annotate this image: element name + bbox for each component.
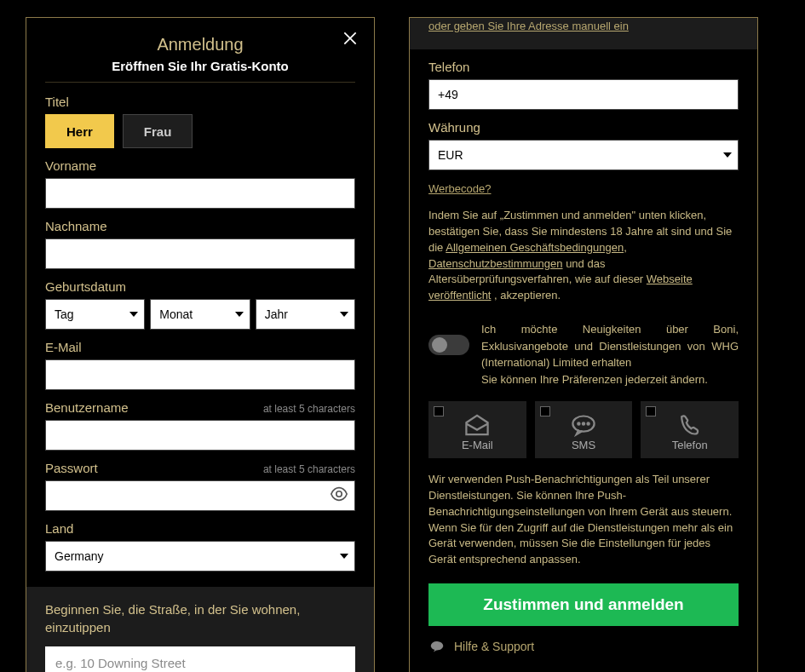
- svg-point-3: [583, 423, 584, 425]
- title-toggle-group: Herr Frau: [45, 114, 355, 148]
- signup-panel-right: oder geben Sie Ihre Adresse manuell ein …: [409, 17, 758, 672]
- phone-icon: [676, 413, 704, 437]
- input-benutzername[interactable]: [45, 420, 355, 451]
- close-button[interactable]: [342, 30, 359, 50]
- select-land[interactable]: Germany: [45, 541, 355, 571]
- svg-point-0: [336, 491, 342, 497]
- svg-point-5: [431, 641, 443, 650]
- checkbox-icon: [540, 406, 550, 416]
- page-title: Anmeldung: [45, 35, 355, 55]
- input-telefon[interactable]: [428, 79, 739, 110]
- label-email: E-Mail: [45, 340, 355, 354]
- dob-row: Tag Monat Jahr: [45, 299, 355, 330]
- close-icon: [342, 30, 359, 47]
- select-waehrung[interactable]: EUR: [428, 140, 739, 170]
- checkbox-icon: [434, 406, 444, 416]
- page-subtitle: Eröffnen Sie Ihr Gratis-Konto: [45, 59, 355, 73]
- select-jahr[interactable]: Jahr: [256, 299, 355, 330]
- label-address: Beginnen Sie, die Straße, in der Sie woh…: [45, 600, 355, 636]
- legal-text: Indem Sie auf „Zustimmen und anmelden" u…: [428, 208, 739, 304]
- address-box: Beginnen Sie, die Straße, in der Sie woh…: [26, 587, 374, 672]
- eye-icon: [330, 485, 348, 503]
- svg-point-4: [587, 423, 589, 425]
- link-datenschutz[interactable]: Datenschutzbestimmungen: [428, 257, 563, 270]
- label-passwort: Passwort: [45, 461, 98, 475]
- label-waehrung: Währung: [428, 120, 739, 135]
- push-notification-text: Wir verwenden Push-Benachrichtigungen al…: [428, 472, 739, 568]
- toggle-herr[interactable]: Herr: [45, 114, 114, 148]
- input-email[interactable]: [45, 359, 355, 390]
- toggle-password-visibility[interactable]: [330, 485, 348, 507]
- pref-sms[interactable]: SMS: [535, 401, 633, 458]
- select-monat[interactable]: Monat: [150, 299, 250, 330]
- pref-telefon[interactable]: Telefon: [641, 401, 739, 458]
- input-nachname[interactable]: [45, 238, 355, 269]
- werbecode-link[interactable]: Werbecode?: [428, 182, 491, 195]
- label-titel: Titel: [45, 95, 355, 109]
- envelope-icon: [463, 413, 492, 437]
- pref-email[interactable]: E-Mail: [428, 401, 526, 458]
- hint-username: at least 5 characters: [263, 403, 355, 415]
- input-address[interactable]: [45, 646, 355, 672]
- label-nachname: Nachname: [45, 219, 355, 233]
- divider: [45, 82, 355, 83]
- submit-button[interactable]: Zustimmen und anmelden: [428, 583, 739, 626]
- label-vorname: Vorname: [45, 158, 355, 173]
- svg-point-2: [578, 423, 579, 425]
- contact-prefs: E-Mail SMS Telefon: [428, 401, 739, 458]
- marketing-optin-row: Ich möchte Neuigkeiten über Boni, Exklus…: [428, 321, 739, 388]
- marketing-text: Ich möchte Neuigkeiten über Boni, Exklus…: [481, 321, 739, 388]
- toggle-frau[interactable]: Frau: [123, 114, 193, 148]
- select-tag[interactable]: Tag: [45, 299, 145, 330]
- manual-address-link[interactable]: oder geben Sie Ihre Adresse manuell ein: [428, 20, 629, 43]
- link-agb[interactable]: Allgemeinen Geschäftsbedingungen: [446, 241, 624, 254]
- input-passwort[interactable]: [45, 480, 355, 511]
- speech-bubble-icon: [428, 640, 446, 653]
- marketing-toggle[interactable]: [428, 335, 469, 355]
- help-support-link[interactable]: Hilfe & Support: [428, 640, 739, 653]
- speech-bubble-icon: [569, 413, 598, 437]
- input-vorname[interactable]: [45, 178, 355, 209]
- label-telefon: Telefon: [428, 60, 739, 74]
- label-benutzername: Benutzername: [45, 400, 129, 415]
- signup-panel-left: Anmeldung Eröffnen Sie Ihr Gratis-Konto …: [26, 17, 375, 672]
- label-land: Land: [45, 521, 355, 536]
- label-geburtsdatum: Geburtsdatum: [45, 279, 355, 294]
- checkbox-icon: [646, 406, 656, 416]
- hint-password: at least 5 characters: [263, 463, 355, 475]
